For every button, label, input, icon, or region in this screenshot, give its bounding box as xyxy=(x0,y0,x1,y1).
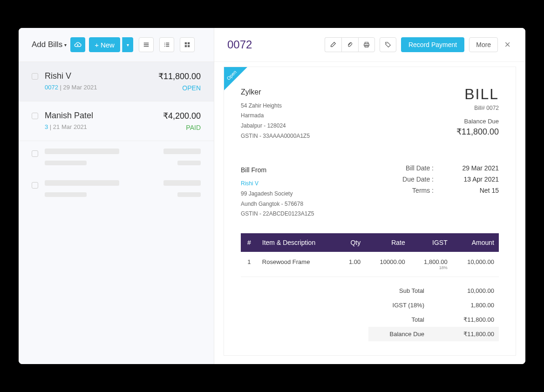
skeleton-item xyxy=(19,141,214,173)
col-num: # xyxy=(241,233,258,252)
checkbox xyxy=(32,182,38,189)
pencil-icon xyxy=(330,41,336,48)
checkbox xyxy=(32,150,38,157)
bill-document: Open Zylker 54 Zahir Heights Harmada Jab… xyxy=(214,62,525,364)
vendor-addr2: Aundh Gangtok - 576678 xyxy=(241,199,314,210)
baldue-total-label: Balance Due xyxy=(390,331,424,338)
bill-list: Rishi V 0072 | 29 Mar 2021 ₹11,800.00 OP… xyxy=(19,62,214,364)
svg-point-7 xyxy=(164,46,165,47)
action-group xyxy=(325,37,375,52)
plus-icon: + xyxy=(95,41,99,49)
items-table: # Item & Description Qty Rate IGST Amoun… xyxy=(241,233,499,277)
doc-mid: Bill From Rishi V 99 Jagadesh Society Au… xyxy=(241,164,499,219)
app-container: Add Bills ▾ + New ▾ xyxy=(19,28,525,364)
totals-block: Sub Total10,000.00 IGST (18%)1,800.00 To… xyxy=(241,284,499,341)
svg-rect-12 xyxy=(188,45,190,47)
view-list-button[interactable] xyxy=(159,37,174,52)
bills-list-panel: Add Bills ▾ + New ▾ xyxy=(19,28,214,364)
due-date-label: Due Date : xyxy=(387,176,434,183)
new-button[interactable]: + New xyxy=(89,37,120,52)
bill-meta: 0072 | 29 Mar 2021 xyxy=(45,84,152,91)
bill-amount: ₹11,800.00 xyxy=(158,71,201,81)
svg-point-3 xyxy=(164,43,165,44)
item-desc: Rosewood Frame xyxy=(258,252,338,277)
vendor-name: Rishi V xyxy=(45,71,152,81)
total-value: ₹11,800.00 xyxy=(448,316,494,323)
item-num: 1 xyxy=(241,252,258,277)
detail-header: 0072 Record Payment More × xyxy=(214,28,525,62)
printer-icon xyxy=(363,41,370,48)
svg-rect-0 xyxy=(144,43,149,44)
svg-rect-15 xyxy=(365,46,368,47)
bill-status: PAID xyxy=(163,124,201,131)
svg-rect-4 xyxy=(166,43,169,44)
edit-button[interactable] xyxy=(325,37,341,52)
separator: | xyxy=(50,123,53,130)
company-addr2: Harmada xyxy=(241,111,310,121)
cloud-upload-button[interactable] xyxy=(70,37,85,52)
bill-number: 0072 xyxy=(45,84,58,91)
checkbox[interactable] xyxy=(32,113,38,119)
bill-info: Rishi V 0072 | 29 Mar 2021 xyxy=(45,71,152,91)
add-bills-dropdown[interactable]: Add Bills ▾ xyxy=(32,40,67,49)
bill-date: 29 Mar 2021 xyxy=(63,84,97,91)
bill-info: Manish Patel 3 | 21 Mar 2021 xyxy=(45,111,156,130)
new-dropdown-button[interactable]: ▾ xyxy=(122,37,133,52)
new-label: New xyxy=(101,41,115,49)
svg-point-5 xyxy=(164,44,165,45)
doc-title: BILL xyxy=(456,86,499,103)
subtotal-value: 10,000.00 xyxy=(448,287,494,294)
col-igst: IGST xyxy=(410,233,452,252)
bill-right: ₹11,800.00 OPEN xyxy=(158,71,201,92)
item-rate: 10000.00 xyxy=(365,252,410,277)
list-header: Add Bills ▾ + New ▾ xyxy=(19,28,214,62)
paperclip-icon xyxy=(347,41,353,48)
igst-total-value: 1,800.00 xyxy=(448,302,494,309)
checkbox[interactable] xyxy=(32,73,38,80)
tag-button[interactable] xyxy=(380,37,396,52)
vendor-addr1: 99 Jagadesh Society xyxy=(241,189,314,199)
vendor-name: Manish Patel xyxy=(45,111,156,121)
bill-date: 21 Mar 2021 xyxy=(53,123,87,130)
subtotal-label: Sub Total xyxy=(399,287,424,294)
vendor-name-link[interactable]: Rishi V xyxy=(241,179,314,189)
compact-icon xyxy=(143,41,150,48)
separator: | xyxy=(60,84,63,91)
bill-number-label: Bill# 0072 xyxy=(456,105,499,111)
baldue-total-value: ₹11,800.00 xyxy=(448,331,494,338)
company-name: Zylker xyxy=(241,86,310,99)
due-date-value: 13 Apr 2021 xyxy=(448,176,499,183)
company-addr1: 54 Zahir Heights xyxy=(241,101,310,111)
svg-rect-10 xyxy=(188,42,190,44)
svg-rect-9 xyxy=(185,42,187,44)
igst-total-label: IGST (18%) xyxy=(393,302,424,309)
item-amount: 10,000.00 xyxy=(452,252,499,277)
bill-list-item[interactable]: Manish Patel 3 | 21 Mar 2021 ₹4,200.00 P… xyxy=(19,101,214,141)
col-qty: Qty xyxy=(338,233,365,252)
company-gstin: GSTIN - 33AAAA0000A1Z5 xyxy=(241,131,310,142)
col-item: Item & Description xyxy=(258,233,338,252)
bill-list-item[interactable]: Rishi V 0072 | 29 Mar 2021 ₹11,800.00 OP… xyxy=(19,62,214,101)
vendor-gstin: GSTIN - 22ABCDE0123A1Z5 xyxy=(241,209,314,219)
print-button[interactable] xyxy=(358,37,375,52)
svg-rect-6 xyxy=(166,44,169,45)
balance-due-amount: ₹11,800.00 xyxy=(456,127,499,137)
view-compact-button[interactable] xyxy=(139,37,154,52)
total-label: Total xyxy=(412,316,424,323)
bill-detail-panel: 0072 Record Payment More × Open Zylker 5… xyxy=(214,28,525,364)
attach-button[interactable] xyxy=(341,37,358,52)
col-rate: Rate xyxy=(365,233,410,252)
more-button[interactable]: More xyxy=(469,37,498,52)
item-igst: 1,800.0018% xyxy=(410,252,452,277)
company-block: Zylker 54 Zahir Heights Harmada Jabalpur… xyxy=(241,86,310,141)
bill-from-block: Bill From Rishi V 99 Jagadesh Society Au… xyxy=(241,164,314,219)
view-grid-button[interactable] xyxy=(180,37,195,52)
close-button[interactable]: × xyxy=(503,39,512,51)
caret-down-icon: ▾ xyxy=(64,42,67,47)
bill-status: OPEN xyxy=(158,84,201,92)
doc-title-block: BILL Bill# 0072 Balance Due ₹11,800.00 xyxy=(456,86,499,141)
doc-top: Zylker 54 Zahir Heights Harmada Jabalpur… xyxy=(241,86,499,141)
svg-point-16 xyxy=(386,43,387,44)
record-payment-button[interactable]: Record Payment xyxy=(401,37,464,52)
company-addr3: Jabalpur - 128024 xyxy=(241,121,310,131)
